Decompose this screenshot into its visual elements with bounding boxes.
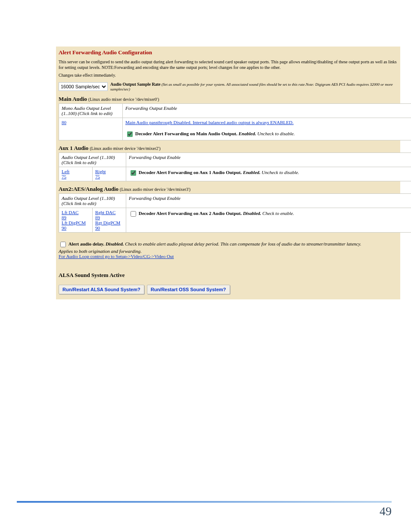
aux2-enable-cell: Decoder Alert Forwarding on Aux 2 Audio … [126,208,411,232]
alert-delay-checkbox[interactable] [60,242,66,247]
page-number: 49 [17,504,392,518]
aux2-forward-checkbox[interactable] [131,211,136,217]
page-title: Alert Forwarding Audio Configuration [59,49,398,56]
aux2-rgt-pcm-link[interactable]: Rgt DigPCM90 [95,220,120,230]
aux2-table: Audio Output Level (1..100) (Click link … [59,193,411,233]
delay-applies-text: Applies to both origination and forwardi… [59,249,398,254]
restart-oss-button[interactable]: Run/Restart OSS Sound System? [147,285,230,294]
page-footer: 49 [17,501,392,518]
aux2-lft-pcm-link[interactable]: Lft DigPCM90 [62,220,86,230]
footer-rule [17,501,392,503]
sample-rate-select[interactable]: 16000 Sample/sec [59,82,108,91]
main-audio-heading: Main Audio (Linux audio mixer device '/d… [59,96,398,103]
aux2-heading: Aux2:AES/Analog Audio (Linux audio mixer… [59,186,398,193]
video-out-link[interactable]: For Audio Loop control go to Setup->Vide… [59,254,174,259]
aux1-col1-header: Audio Output Level (1..100) (Click link … [59,152,126,167]
aux2-col2-header: Forwarding Output Enable [126,193,411,208]
main-col2-header: Forwarding Output Enable [123,103,411,118]
aux1-heading: Aux 1 Audio (Linux audio mixer device '/… [59,145,398,152]
aux1-table: Audio Output Level (1..100) (Click link … [59,152,411,181]
main-passthrough-link[interactable]: Main Audio passthrough Disabled. Interna… [125,120,293,125]
restart-alsa-button[interactable]: Run/Restart ALSA Sound System? [59,285,144,294]
aux1-col2-header: Forwarding Output Enable [126,152,411,167]
aux2-rgt-dac-link[interactable]: Rght DAC89 [95,210,115,220]
main-enable-cell: Main Audio passthrough Disabled. Interna… [123,118,411,140]
alsa-status: ALSA Sound System Active [59,272,398,279]
aux1-left-link[interactable]: Left75 [62,169,69,179]
main-col1-header: Mono Audio Output Level (1..100) (Click … [59,103,123,118]
aux2-lft-dac-link[interactable]: Lft DAC89 [62,210,78,220]
aux2-col1-header: Audio Output Level (1..100) (Click link … [59,193,126,208]
config-panel: Alert Forwarding Audio Configuration Thi… [56,47,400,299]
main-audio-table: Mono Audio Output Level (1..100) (Click … [59,103,411,140]
aux1-enable-cell: Decoder Alert Forwarding on Aux 1 Audio … [126,167,411,181]
aux1-forward-checkbox[interactable] [131,170,136,176]
main-forward-checkbox[interactable] [127,131,133,137]
delay-section: Alert audio delay. Disabled. Check to en… [59,240,398,259]
main-level-link[interactable]: 80 [62,120,66,125]
intro-text-2: Changes take effect immediately. [59,73,398,78]
intro-text-1: This server can be configured to send th… [59,59,398,70]
sample-rate-text: Audio Output Sample Rate (Set as small a… [110,82,398,91]
aux1-right-link[interactable]: Right75 [95,169,106,179]
